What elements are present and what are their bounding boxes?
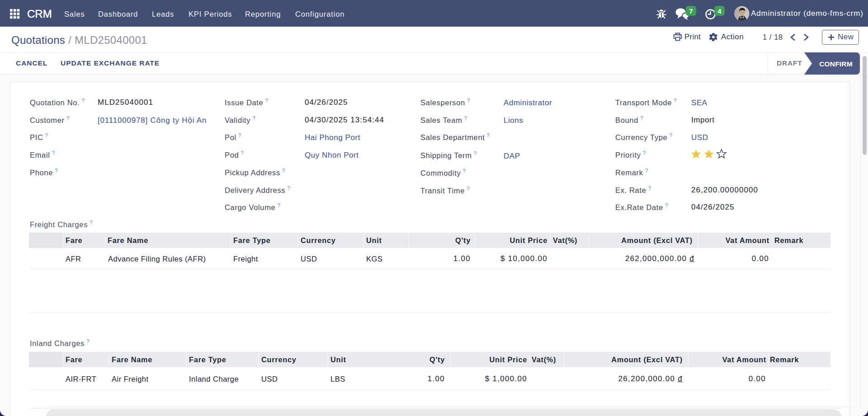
svg-text:7: 7	[689, 7, 693, 15]
svg-text:4: 4	[717, 7, 722, 15]
svg-text:CONFIRM: CONFIRM	[819, 60, 853, 68]
